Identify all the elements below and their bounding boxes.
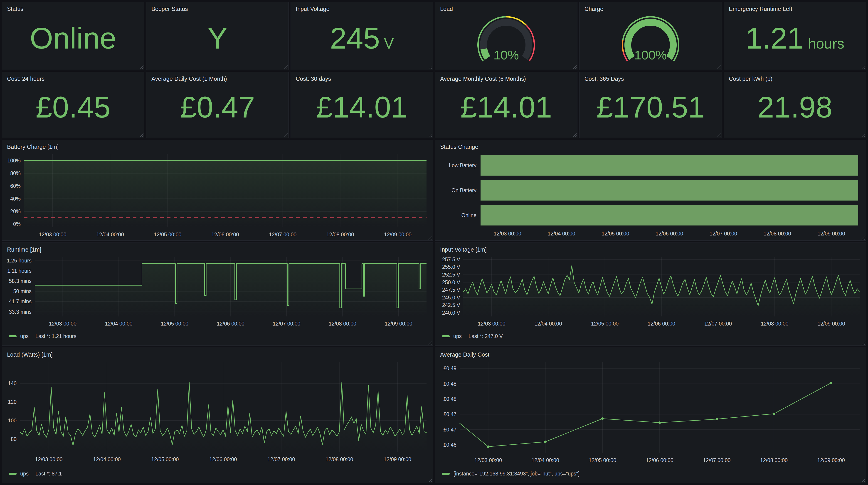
- svg-text:12/09 00:00: 12/09 00:00: [384, 232, 412, 237]
- panel-avg-monthly-cost: Average Monthly Cost (6 Months) £14.01: [435, 72, 578, 138]
- svg-text:12/07 00:00: 12/07 00:00: [273, 321, 301, 327]
- svg-text:100%: 100%: [634, 48, 666, 62]
- panel-runtime: Runtime [1m] 12/03 00:0012/04 00:0012/05…: [2, 243, 433, 346]
- panel-title[interactable]: Emergency Runtime Left: [724, 2, 866, 13]
- panel-title[interactable]: Cost per kWh (p): [724, 72, 866, 83]
- panel-title[interactable]: Status: [2, 2, 144, 13]
- panel-title[interactable]: Average Monthly Cost (6 Months): [435, 72, 577, 83]
- panel-cost-365d: Cost: 365 Days £170.51: [579, 72, 722, 138]
- stat-body: £170.51: [580, 83, 722, 138]
- svg-text:20%: 20%: [10, 208, 21, 214]
- chart-row-2: Runtime [1m] 12/03 00:0012/04 00:0012/05…: [2, 243, 866, 346]
- svg-text:12/05 00:00: 12/05 00:00: [589, 457, 616, 463]
- svg-text:12/05 00:00: 12/05 00:00: [161, 321, 189, 327]
- panel-title[interactable]: Average Daily Cost: [435, 348, 866, 359]
- stat-body: Online: [2, 13, 144, 70]
- panel-title[interactable]: Cost: 30 days: [291, 72, 433, 83]
- panel-title[interactable]: Charge: [580, 2, 722, 13]
- panel-title[interactable]: Beeper Status: [146, 2, 288, 13]
- svg-text:50 mins: 50 mins: [13, 288, 32, 294]
- legend: {instance="192.168.99.31:3493", job="nut…: [435, 467, 866, 483]
- svg-text:12/09 00:00: 12/09 00:00: [817, 231, 845, 236]
- input-voltage-plot[interactable]: 12/03 00:0012/04 00:0012/05 00:0012/06 0…: [437, 254, 864, 330]
- average-daily-cost-plot[interactable]: 12/03 00:0012/04 00:0012/05 00:0012/06 0…: [437, 359, 864, 467]
- svg-text:12/06 00:00: 12/06 00:00: [211, 232, 239, 237]
- load-watts-plot[interactable]: 12/03 00:0012/04 00:0012/05 00:0012/06 0…: [4, 359, 431, 467]
- voltage-unit: V: [384, 36, 394, 51]
- legend-label[interactable]: ups: [20, 333, 29, 340]
- svg-text:1.25 hours: 1.25 hours: [7, 258, 32, 264]
- status-change-timeline[interactable]: Low BatteryOn BatteryOnline12/03 00:0012…: [437, 152, 864, 240]
- panel-status-change: Status Change Low BatteryOn BatteryOnlin…: [435, 140, 866, 241]
- svg-text:247.5 V: 247.5 V: [442, 287, 460, 293]
- panel-input-voltage-chart: Input Voltage [1m] 12/03 00:0012/04 00:0…: [435, 243, 866, 346]
- stat-body: 245V: [291, 13, 433, 70]
- svg-text:12/03 00:00: 12/03 00:00: [478, 321, 505, 327]
- panel-load-watts: Load (Watts) [1m] 12/03 00:0012/04 00:00…: [2, 348, 433, 483]
- svg-text:12/07 00:00: 12/07 00:00: [269, 232, 297, 237]
- svg-text:12/04 00:00: 12/04 00:00: [105, 321, 132, 327]
- runtime-unit: hours: [808, 36, 844, 51]
- legend: ups Last *: 247.0 V: [435, 330, 866, 346]
- svg-text:Online: Online: [462, 212, 476, 218]
- svg-text:£0.48: £0.48: [443, 396, 457, 402]
- panel-title[interactable]: Runtime [1m]: [2, 243, 433, 254]
- svg-text:80%: 80%: [10, 170, 21, 176]
- svg-text:120: 120: [8, 399, 17, 405]
- panel-emergency-runtime: Emergency Runtime Left 1.21hours: [724, 2, 866, 70]
- svg-text:12/04 00:00: 12/04 00:00: [93, 456, 121, 462]
- panel-beeper-status: Beeper Status Y: [146, 2, 289, 70]
- series-swatch-icon[interactable]: [9, 335, 17, 337]
- svg-text:12/08 00:00: 12/08 00:00: [329, 321, 356, 327]
- panel-title[interactable]: Battery Charge [1m]: [2, 140, 433, 151]
- svg-text:12/07 00:00: 12/07 00:00: [710, 231, 737, 236]
- svg-text:80: 80: [11, 436, 17, 442]
- svg-text:60%: 60%: [10, 183, 21, 189]
- svg-text:12/05 00:00: 12/05 00:00: [591, 321, 619, 327]
- svg-text:£0.46: £0.46: [443, 442, 457, 448]
- svg-text:100%: 100%: [7, 158, 21, 164]
- svg-text:12/08 00:00: 12/08 00:00: [764, 231, 791, 236]
- cost-365d-value: £170.51: [596, 92, 705, 122]
- legend-label[interactable]: {instance="192.168.99.31:3493", job="nut…: [453, 471, 580, 477]
- panel-title[interactable]: Input Voltage [1m]: [435, 243, 866, 254]
- legend-label[interactable]: ups: [453, 333, 462, 340]
- status-value: Online: [30, 23, 117, 53]
- panel-avg-daily-cost-month: Average Daily Cost (1 Month) £0.47: [146, 72, 289, 138]
- runtime-value: 1.21: [745, 23, 804, 53]
- svg-text:12/06 00:00: 12/06 00:00: [646, 457, 674, 463]
- panel-title[interactable]: Load (Watts) [1m]: [2, 348, 433, 359]
- svg-text:12/03 00:00: 12/03 00:00: [35, 456, 63, 462]
- svg-text:12/09 00:00: 12/09 00:00: [385, 321, 412, 327]
- battery-charge-plot[interactable]: 12/03 00:0012/04 00:0012/05 00:0012/06 0…: [4, 152, 431, 240]
- svg-text:12/06 00:00: 12/06 00:00: [655, 231, 683, 236]
- stat-row-2: Cost: 24 hours £0.45 Average Daily Cost …: [2, 72, 866, 138]
- panel-average-daily-cost-chart: Average Daily Cost 12/03 00:0012/04 00:0…: [435, 348, 866, 483]
- svg-text:12/09 00:00: 12/09 00:00: [817, 321, 845, 327]
- stat-body: £14.01: [291, 83, 433, 138]
- panel-title[interactable]: Status Change: [435, 140, 866, 151]
- svg-text:252.5 V: 252.5 V: [442, 272, 460, 278]
- stat-body: £14.01: [435, 83, 577, 138]
- stat-body: 21.98: [724, 83, 866, 138]
- svg-text:£0.48: £0.48: [443, 381, 457, 387]
- panel-title[interactable]: Cost: 365 Days: [580, 72, 722, 83]
- panel-input-voltage-stat: Input Voltage 245V: [290, 2, 433, 70]
- panel-title[interactable]: Load: [435, 2, 577, 13]
- series-swatch-icon[interactable]: [442, 473, 450, 475]
- svg-text:12/06 00:00: 12/06 00:00: [209, 456, 237, 462]
- runtime-plot[interactable]: 12/03 00:0012/04 00:0012/05 00:0012/06 0…: [4, 254, 431, 330]
- panel-title[interactable]: Cost: 24 hours: [2, 72, 144, 83]
- svg-text:£0.49: £0.49: [443, 365, 457, 371]
- avg-daily-cost-value: £0.47: [180, 92, 255, 122]
- panel-title[interactable]: Average Daily Cost (1 Month): [146, 72, 288, 83]
- legend-label[interactable]: ups: [20, 471, 29, 477]
- series-swatch-icon[interactable]: [442, 335, 450, 337]
- series-swatch-icon[interactable]: [9, 473, 17, 475]
- svg-text:140: 140: [8, 381, 17, 386]
- svg-text:12/05 00:00: 12/05 00:00: [151, 456, 179, 462]
- panel-title[interactable]: Input Voltage: [291, 2, 433, 13]
- svg-text:0%: 0%: [13, 221, 21, 227]
- panel-cost-30d: Cost: 30 days £14.01: [290, 72, 433, 138]
- svg-text:12/08 00:00: 12/08 00:00: [761, 321, 788, 327]
